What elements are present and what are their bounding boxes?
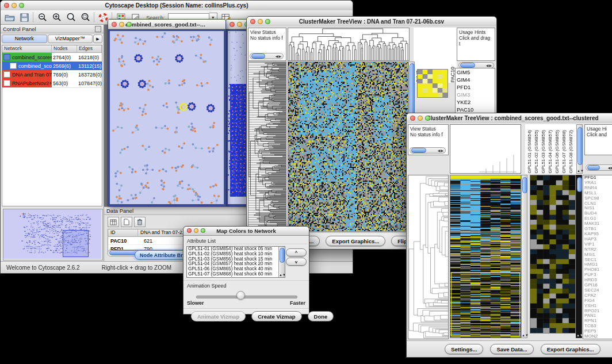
- network-table-column-header[interactable]: Nodes: [52, 45, 77, 52]
- network-table-column-header[interactable]: Network: [2, 45, 52, 52]
- column-label[interactable]: GPL51-07 (GSM868): [561, 130, 567, 174]
- minimize-button[interactable]: [12, 3, 17, 8]
- treeview2-action-button[interactable]: Save Data...: [490, 344, 533, 354]
- treeview2-action-button[interactable]: Export Graphics...: [541, 344, 600, 354]
- close-button[interactable]: [187, 228, 192, 233]
- gene-label[interactable]: GIM5: [457, 68, 495, 76]
- minimize-button[interactable]: [237, 22, 242, 27]
- main-titlebar[interactable]: Cytoscape Desktop (Session Name: collins…: [1, 1, 353, 11]
- dialog-titlebar[interactable]: Map Colors to Network: [183, 227, 309, 236]
- column-label[interactable]: GPL51-08 (GSM872): [568, 130, 574, 174]
- heatmap-vscrollbar[interactable]: ▲▼: [521, 175, 527, 338]
- scroll-arrows[interactable]: ▲▼: [522, 334, 527, 338]
- delete-attribute-trash-icon[interactable]: [134, 217, 146, 227]
- scrollbar-thumb[interactable]: [577, 177, 582, 192]
- dialog-action-button[interactable]: Done: [308, 311, 334, 321]
- treeview2-action-button[interactable]: Settings...: [445, 344, 483, 354]
- scrollbar-thumb[interactable]: [280, 248, 285, 263]
- gene-label[interactable]: GIM4: [457, 76, 495, 83]
- float-panel-icon[interactable]: [95, 26, 101, 32]
- network-list-row[interactable]: combined_scores 2764(0) 16218(0): [2, 53, 102, 62]
- row-dendrogram-canvas[interactable]: [248, 62, 286, 231]
- control-panel-tab[interactable]: ▶: [93, 35, 102, 43]
- zoom-button[interactable]: [201, 228, 205, 233]
- network-list-row[interactable]: combined_sco 2569(6) 13112(15): [2, 62, 102, 70]
- scrollbar-thumb[interactable]: [460, 63, 475, 68]
- usage-hints-scrollbar[interactable]: ◀▶: [586, 164, 612, 171]
- column-dendrogram-canvas[interactable]: [450, 125, 521, 173]
- scrollbar-thumb[interactable]: [577, 127, 583, 165]
- treeview2-titlebar[interactable]: ClusterMaker TreeView : combined_scores_…: [407, 113, 612, 124]
- gene-label[interactable]: YKE2: [457, 98, 495, 106]
- new-attribute-icon[interactable]: [121, 217, 132, 227]
- move-up-button[interactable]: ^: [286, 248, 307, 256]
- scroll-arrows[interactable]: ▲▼: [279, 273, 285, 277]
- attribute-list-vscrollbar[interactable]: ▲▼: [278, 247, 285, 277]
- treeview1-action-button[interactable]: Export Graphics...: [326, 236, 385, 246]
- scrollbar-thumb[interactable]: [587, 165, 600, 170]
- animation-speed-slider-thumb[interactable]: [236, 291, 245, 300]
- column-label[interactable]: GPL51-03 (GSM856): [540, 130, 546, 174]
- control-panel-tab[interactable]: VizMapper™: [48, 35, 93, 43]
- minimize-button[interactable]: [119, 22, 124, 27]
- scroll-arrows[interactable]: ◀▶: [438, 148, 444, 154]
- move-down-button[interactable]: v: [286, 258, 307, 266]
- close-button[interactable]: [250, 19, 255, 24]
- attribute-list-item[interactable]: GPL51-07 (GSM868) heat shock 60 min: [187, 272, 285, 277]
- scroll-arrows[interactable]: ▲▼: [576, 334, 582, 338]
- column-label[interactable]: GPL51-02 (GSM855): [533, 130, 540, 174]
- network-overview-panel[interactable]: [3, 209, 103, 260]
- control-panel-tab[interactable]: Network: [2, 35, 47, 43]
- zoom-button[interactable]: [127, 22, 132, 27]
- open-folder-icon[interactable]: [4, 12, 16, 23]
- dialog-action-button[interactable]: Animate Vizmap: [191, 311, 246, 321]
- scroll-arrows[interactable]: ◀▶: [608, 166, 612, 170]
- minimize-button[interactable]: [194, 228, 198, 233]
- zoom-fit-icon[interactable]: [65, 12, 76, 23]
- zoom-heatmap-canvas[interactable]: [530, 175, 575, 333]
- view-status-scrollbar[interactable]: ◀▶: [250, 53, 284, 59]
- zoom-matrix-canvas[interactable]: [418, 70, 447, 97]
- id-column-header[interactable]: ID: [108, 229, 138, 236]
- network-view-titlebar[interactable]: combined_scores_good.txt--cluste...: [108, 20, 225, 29]
- network-list-row[interactable]: DNA and Tran 07 769(0) 183728(0): [2, 70, 102, 79]
- global-heatmap-canvas[interactable]: [450, 175, 521, 338]
- zoomview-vscrollbar[interactable]: ▲▼: [576, 175, 582, 338]
- close-button[interactable]: [230, 22, 235, 27]
- select-attributes-icon[interactable]: [108, 217, 119, 227]
- zoom-button[interactable]: [425, 116, 430, 121]
- close-button[interactable]: [410, 116, 415, 121]
- scroll-arrows[interactable]: ◀▶: [276, 53, 282, 59]
- zoom-in-icon[interactable]: [51, 12, 62, 23]
- help-lifesaver-icon[interactable]: [97, 12, 109, 23]
- save-icon[interactable]: [18, 12, 30, 23]
- column-label[interactable]: GPL51-06 (GSM865): [554, 130, 560, 174]
- dialog-action-button[interactable]: Create Vizmap: [251, 311, 301, 321]
- view-status-scrollbar[interactable]: ◀▶: [410, 147, 446, 154]
- zoom-button[interactable]: [19, 3, 24, 8]
- scrollbar-thumb[interactable]: [522, 177, 527, 193]
- treeview1-titlebar[interactable]: ClusterMaker TreeView : DNA and Tran 07-…: [247, 17, 496, 27]
- row-dendrogram-canvas[interactable]: [408, 175, 448, 339]
- global-heatmap-canvas[interactable]: [288, 62, 408, 231]
- column-label[interactable]: GPL51-04 (GSM857): [547, 130, 553, 174]
- network-table-column-header[interactable]: Edges: [77, 45, 102, 52]
- close-button[interactable]: [4, 3, 9, 8]
- zoom-out-icon[interactable]: [36, 12, 48, 23]
- column-dendrogram-canvas[interactable]: [288, 28, 409, 60]
- column-labels-vscrollbar[interactable]: ▲▼: [576, 124, 583, 174]
- minimize-button[interactable]: [418, 116, 423, 121]
- scroll-arrows[interactable]: ▲▼: [577, 169, 582, 173]
- gene-label[interactable]: MON2: [584, 334, 612, 339]
- zoom-button[interactable]: [265, 19, 270, 24]
- zoom-selected-icon[interactable]: [79, 12, 91, 23]
- scrollbar-thumb[interactable]: [251, 53, 265, 59]
- scroll-arrows[interactable]: ◀▶: [486, 63, 492, 67]
- gene-label[interactable]: PFD1: [457, 83, 495, 91]
- column-label[interactable]: GPL51-01 (GSM854): [526, 130, 533, 174]
- scrollbar-thumb[interactable]: [411, 148, 426, 153]
- gene-label[interactable]: GIM3: [457, 91, 495, 98]
- minimize-button[interactable]: [258, 19, 263, 24]
- animation-speed-slider-track[interactable]: [196, 296, 297, 298]
- close-button[interactable]: [112, 22, 117, 27]
